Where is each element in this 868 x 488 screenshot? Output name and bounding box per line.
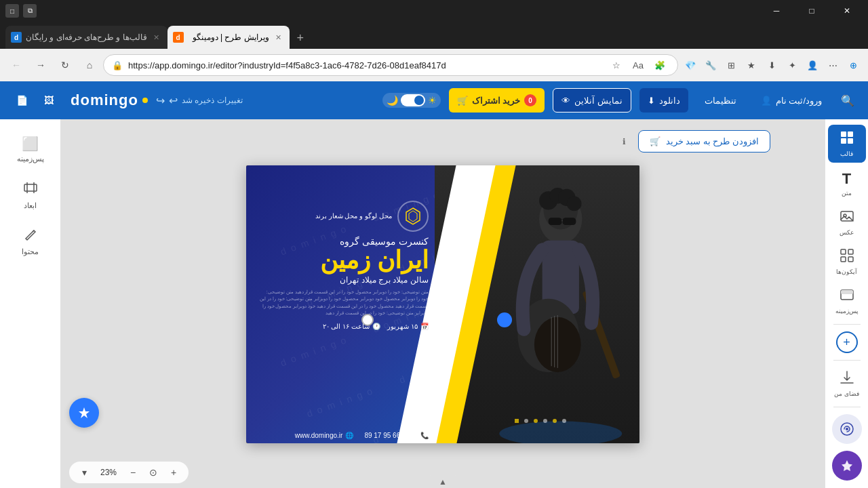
event-info-row: 📅 ۱۵ شهریور 🕐 ساعت ۱۶ الی ۲۰ [258,323,429,330]
svg-rect-26 [848,138,853,144]
redo-button[interactable]: ↪ [156,94,165,107]
tool-content[interactable]: محتوا [5,220,56,263]
toggle-switch[interactable] [401,94,425,106]
sun-icon: ☀ [428,95,437,106]
tool-dimensions[interactable]: ابعاد [5,174,56,217]
browser-menu[interactable]: ⋯ [823,56,842,75]
svg-rect-34 [841,290,853,294]
profile-button[interactable]: 👤 [803,56,822,75]
tab-label-2: ویرایش طرح | دومینگو [188,33,269,42]
extensions-button[interactable]: 🧩 [650,56,669,75]
tab-templates[interactable]: d قالب‌ها و طرح‌های حرفه‌ای و رایگان ✕ [5,26,167,49]
collections-button[interactable]: 💎 [681,56,700,75]
forward-button[interactable]: → [30,54,52,76]
bookmark-button[interactable]: ☆ [607,56,626,75]
back-button[interactable]: ← [5,54,27,76]
zoom-fit-button[interactable]: ⊙ [145,464,161,481]
content-area: محل لوگو و محل شعار برند کنسرت موسیقی گر… [253,201,434,330]
tab-editor[interactable]: d ویرایش طرح | دومینگو ✕ [167,26,290,49]
buy-subscription-button[interactable]: 0 خرید اشتراک 🛒 [449,88,545,113]
right-tool-background[interactable]: پس‌زمینه [828,282,866,320]
login-button[interactable]: ورود/ثبت نام 👤 [753,88,830,113]
zoom-out-button[interactable]: ▾ [76,464,92,481]
main-content: ⬜ پس‌زمینه ابعاد محتوا [0,119,868,488]
time-info: 🕐 ساعت ۱۶ الی ۲۰ [323,323,380,330]
svg-rect-31 [841,257,846,262]
time-text: ساعت ۱۶ الی ۲۰ [323,323,370,330]
preview-button[interactable]: نمایش آنلاین 👁 [553,88,631,113]
tab-favicon-2: d [173,32,184,43]
background-tool-right-icon [840,287,854,306]
sidebar-icon-1[interactable]: 📄 [11,89,33,111]
url-text: https://app.domingo.ir/editor?industryId… [128,60,601,70]
zoom-reset-button[interactable]: + [165,464,182,481]
tab-label-1: قالب‌ها و طرح‌های حرفه‌ای و رایگان [26,33,147,42]
content-tool-label: محتوا [22,247,39,256]
right-tool-text[interactable]: T متن [828,164,866,202]
new-tab-button[interactable]: + [290,27,311,49]
buy-label: خرید اشتراک [472,96,521,106]
maximize-button[interactable]: □ [796,0,827,22]
design-canvas[interactable]: domingo domingo domingo domingo domingo … [246,165,639,443]
canvas-area: ℹ افزودن طرح به سبد خرید 🛒 domingo domin… [61,119,825,488]
canvas-handle-2[interactable] [497,312,512,327]
icons-tool-icon [840,248,854,266]
info-icon[interactable]: ℹ [616,134,633,150]
search-button[interactable]: 🔍 [838,91,857,110]
dimensions-tool-icon [23,180,38,199]
tab-close-1[interactable]: ✕ [151,32,162,43]
add-to-cart-button[interactable]: افزودن طرح به سبد خرید 🛒 [638,130,770,152]
right-tool-template[interactable]: قالب [828,125,866,163]
dark-mode-toggle[interactable]: 🌙 ☀ [382,93,441,108]
design-background: domingo domingo domingo domingo domingo … [246,165,639,443]
close-button[interactable]: ✕ [831,0,863,22]
right-tool-photo[interactable]: عکس [828,203,866,241]
home-button[interactable]: ⌂ [79,54,100,76]
zoom-in-button[interactable]: − [125,464,141,481]
design-canvas-wrapper: domingo domingo domingo domingo domingo … [246,165,639,443]
browser-sidebar[interactable]: ⊞ [722,56,741,75]
website-text: www.domingo.ir [295,432,343,439]
right-tool-space[interactable]: فضای من [828,365,866,403]
icons-tool-label: آیکون‌ها [836,268,857,275]
tool-background[interactable]: ⬜ پس‌زمینه [5,127,56,171]
minimize-button[interactable]: ─ [761,0,792,22]
date-icon: 📅 [420,323,429,330]
concert-title: ایران زمین [258,248,429,272]
settings-button[interactable]: تنظیمات [696,88,745,113]
text-tool-label: متن [842,190,852,197]
premium-button[interactable] [832,451,862,481]
svg-rect-0 [24,184,37,191]
logo-dot [142,98,148,103]
fab-button[interactable] [69,398,99,428]
ai-button[interactable] [832,414,862,444]
right-tool-icons[interactable]: آیکون‌ها [828,243,866,281]
refresh-button[interactable]: ↻ [54,54,76,76]
logo-text: domingo [71,92,138,109]
svg-rect-14 [548,218,561,225]
tab-close-2[interactable]: ✕ [273,32,284,43]
date-info: 📅 ۱۵ شهریور [387,323,429,330]
edge-button[interactable]: ⊕ [844,56,863,75]
download-button[interactable]: دانلود ⬇ [639,88,688,113]
title-bar: □ ⧉ ─ □ ✕ [0,0,868,22]
browser-downloads[interactable]: ⬇ [762,56,781,75]
website-info: 🌐 www.domingo.ir [295,432,354,439]
download-label: دانلود [659,96,680,106]
browser-extensions[interactable]: 🔧 [701,56,720,75]
read-mode-button[interactable]: Aa [629,56,648,75]
url-bar[interactable]: 🔒 https://app.domingo.ir/editor?industry… [103,54,678,76]
sidebar-divider [833,324,861,325]
undo-button[interactable]: ↩ [169,94,178,107]
tab-bar: d قالب‌ها و طرح‌های حرفه‌ای و رایگان ✕ d… [0,22,868,49]
svg-rect-30 [848,249,853,254]
browser-favorites[interactable]: ★ [742,56,761,75]
template-tool-label: قالب [840,150,853,157]
right-sidebar: قالب T متن عکس [825,119,868,488]
svg-point-37 [846,428,848,430]
add-element-button[interactable]: + [836,331,858,353]
sidebar-icon-2[interactable]: 🖼 [38,89,60,111]
scroll-up-button[interactable]: ▲ [429,475,456,488]
svg-rect-29 [841,249,846,254]
browser-copilot[interactable]: ✦ [783,56,802,75]
